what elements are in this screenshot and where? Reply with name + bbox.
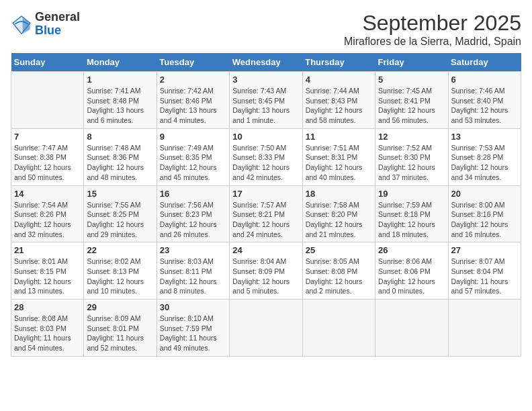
day-number: 27 bbox=[451, 245, 518, 255]
calendar-subtitle: Miraflores de la Sierra, Madrid, Spain bbox=[344, 36, 521, 48]
weekday-header: Saturday bbox=[448, 53, 521, 72]
logo-icon bbox=[11, 13, 32, 35]
day-info: Sunrise: 7:49 AMSunset: 8:35 PMDaylight:… bbox=[160, 143, 226, 183]
page-header: General Blue September 2025 Miraflores d… bbox=[11, 11, 521, 48]
weekday-header: Wednesday bbox=[230, 53, 302, 72]
calendar-cell: 1Sunrise: 7:41 AMSunset: 8:48 PMDaylight… bbox=[84, 72, 157, 129]
calendar-cell: 20Sunrise: 8:00 AMSunset: 8:16 PMDayligh… bbox=[448, 185, 521, 242]
day-info: Sunrise: 7:59 AMSunset: 8:18 PMDaylight:… bbox=[378, 200, 445, 240]
day-info: Sunrise: 8:05 AMSunset: 8:08 PMDaylight:… bbox=[306, 257, 372, 296]
weekday-header: Thursday bbox=[302, 53, 375, 72]
calendar-cell bbox=[302, 300, 375, 357]
day-number: 21 bbox=[14, 245, 81, 255]
calendar-cell: 29Sunrise: 8:09 AMSunset: 8:01 PMDayligh… bbox=[84, 300, 157, 357]
calendar-cell: 18Sunrise: 7:58 AMSunset: 8:20 PMDayligh… bbox=[302, 185, 375, 242]
day-info: Sunrise: 8:07 AMSunset: 8:04 PMDaylight:… bbox=[451, 257, 518, 296]
day-info: Sunrise: 7:45 AMSunset: 8:41 PMDaylight:… bbox=[378, 86, 445, 126]
day-info: Sunrise: 8:09 AMSunset: 8:01 PMDaylight:… bbox=[87, 314, 153, 353]
day-number: 19 bbox=[378, 189, 445, 199]
day-info: Sunrise: 7:43 AMSunset: 8:45 PMDaylight:… bbox=[232, 86, 299, 126]
day-info: Sunrise: 7:55 AMSunset: 8:25 PMDaylight:… bbox=[87, 200, 153, 240]
calendar-cell: 12Sunrise: 7:52 AMSunset: 8:30 PMDayligh… bbox=[375, 128, 448, 185]
calendar-cell: 3Sunrise: 7:43 AMSunset: 8:45 PMDaylight… bbox=[230, 72, 302, 129]
title-block: September 2025 Miraflores de la Sierra, … bbox=[344, 11, 521, 48]
logo-blue: Blue bbox=[35, 24, 61, 37]
day-info: Sunrise: 7:46 AMSunset: 8:40 PMDaylight:… bbox=[451, 86, 518, 126]
weekday-header: Tuesday bbox=[157, 53, 229, 72]
day-info: Sunrise: 7:54 AMSunset: 8:26 PMDaylight:… bbox=[14, 200, 81, 240]
calendar-cell: 19Sunrise: 7:59 AMSunset: 8:18 PMDayligh… bbox=[375, 185, 448, 242]
day-info: Sunrise: 8:02 AMSunset: 8:13 PMDaylight:… bbox=[87, 257, 153, 296]
day-number: 16 bbox=[160, 189, 226, 199]
day-number: 24 bbox=[232, 245, 299, 255]
day-info: Sunrise: 7:42 AMSunset: 8:46 PMDaylight:… bbox=[160, 86, 226, 126]
day-info: Sunrise: 7:56 AMSunset: 8:23 PMDaylight:… bbox=[160, 200, 226, 240]
day-info: Sunrise: 7:53 AMSunset: 8:28 PMDaylight:… bbox=[451, 143, 518, 183]
calendar-cell: 4Sunrise: 7:44 AMSunset: 8:43 PMDaylight… bbox=[302, 72, 375, 129]
day-number: 26 bbox=[378, 245, 445, 255]
calendar-cell bbox=[11, 72, 84, 129]
day-info: Sunrise: 7:47 AMSunset: 8:38 PMDaylight:… bbox=[14, 143, 81, 183]
calendar-cell bbox=[375, 300, 448, 357]
day-info: Sunrise: 8:08 AMSunset: 8:03 PMDaylight:… bbox=[14, 314, 81, 353]
day-info: Sunrise: 8:04 AMSunset: 8:09 PMDaylight:… bbox=[232, 257, 299, 296]
calendar-cell: 28Sunrise: 8:08 AMSunset: 8:03 PMDayligh… bbox=[11, 300, 84, 357]
calendar-week-row: 28Sunrise: 8:08 AMSunset: 8:03 PMDayligh… bbox=[11, 300, 521, 357]
calendar-cell: 22Sunrise: 8:02 AMSunset: 8:13 PMDayligh… bbox=[84, 242, 157, 300]
day-number: 11 bbox=[306, 132, 372, 142]
calendar-cell: 26Sunrise: 8:06 AMSunset: 8:06 PMDayligh… bbox=[375, 242, 448, 300]
weekday-header: Sunday bbox=[11, 53, 84, 72]
calendar-cell: 25Sunrise: 8:05 AMSunset: 8:08 PMDayligh… bbox=[302, 242, 375, 300]
day-number: 9 bbox=[160, 132, 226, 142]
calendar-cell: 6Sunrise: 7:46 AMSunset: 8:40 PMDaylight… bbox=[448, 72, 521, 129]
calendar-cell: 21Sunrise: 8:01 AMSunset: 8:15 PMDayligh… bbox=[11, 242, 84, 300]
day-number: 10 bbox=[232, 132, 299, 142]
calendar-cell: 13Sunrise: 7:53 AMSunset: 8:28 PMDayligh… bbox=[448, 128, 521, 185]
day-number: 8 bbox=[87, 132, 153, 142]
calendar-cell: 8Sunrise: 7:48 AMSunset: 8:36 PMDaylight… bbox=[84, 128, 157, 185]
calendar-week-row: 1Sunrise: 7:41 AMSunset: 8:48 PMDaylight… bbox=[11, 72, 521, 129]
calendar-cell: 10Sunrise: 7:50 AMSunset: 8:33 PMDayligh… bbox=[230, 128, 302, 185]
day-info: Sunrise: 8:03 AMSunset: 8:11 PMDaylight:… bbox=[160, 257, 226, 296]
day-number: 28 bbox=[14, 302, 81, 312]
day-number: 5 bbox=[378, 75, 445, 85]
day-info: Sunrise: 7:50 AMSunset: 8:33 PMDaylight:… bbox=[232, 143, 299, 183]
day-number: 14 bbox=[14, 189, 81, 199]
weekday-header: Monday bbox=[84, 53, 157, 72]
calendar-title: September 2025 bbox=[344, 11, 521, 36]
day-info: Sunrise: 8:01 AMSunset: 8:15 PMDaylight:… bbox=[14, 257, 81, 296]
day-info: Sunrise: 7:48 AMSunset: 8:36 PMDaylight:… bbox=[87, 143, 153, 183]
calendar-cell: 24Sunrise: 8:04 AMSunset: 8:09 PMDayligh… bbox=[230, 242, 302, 300]
day-number: 4 bbox=[306, 75, 372, 85]
calendar-cell bbox=[230, 300, 302, 357]
day-number: 3 bbox=[232, 75, 299, 85]
day-number: 1 bbox=[87, 75, 153, 85]
day-number: 13 bbox=[451, 132, 518, 142]
calendar-cell: 5Sunrise: 7:45 AMSunset: 8:41 PMDaylight… bbox=[375, 72, 448, 129]
day-number: 2 bbox=[160, 75, 226, 85]
day-info: Sunrise: 7:44 AMSunset: 8:43 PMDaylight:… bbox=[306, 86, 372, 126]
day-number: 6 bbox=[451, 75, 518, 85]
day-number: 20 bbox=[451, 189, 518, 199]
calendar-week-row: 21Sunrise: 8:01 AMSunset: 8:15 PMDayligh… bbox=[11, 242, 521, 300]
calendar-cell: 9Sunrise: 7:49 AMSunset: 8:35 PMDaylight… bbox=[157, 128, 229, 185]
day-number: 7 bbox=[14, 132, 81, 142]
calendar-cell: 23Sunrise: 8:03 AMSunset: 8:11 PMDayligh… bbox=[157, 242, 229, 300]
calendar-table: SundayMondayTuesdayWednesdayThursdayFrid… bbox=[11, 53, 521, 357]
day-info: Sunrise: 7:52 AMSunset: 8:30 PMDaylight:… bbox=[378, 143, 445, 183]
calendar-cell: 30Sunrise: 8:10 AMSunset: 7:59 PMDayligh… bbox=[157, 300, 229, 357]
day-info: Sunrise: 8:10 AMSunset: 7:59 PMDaylight:… bbox=[160, 314, 226, 353]
calendar-cell: 2Sunrise: 7:42 AMSunset: 8:46 PMDaylight… bbox=[157, 72, 229, 129]
calendar-cell bbox=[448, 300, 521, 357]
day-number: 29 bbox=[87, 302, 153, 312]
calendar-cell: 15Sunrise: 7:55 AMSunset: 8:25 PMDayligh… bbox=[84, 185, 157, 242]
day-number: 25 bbox=[306, 245, 372, 255]
day-number: 23 bbox=[160, 245, 226, 255]
calendar-week-row: 14Sunrise: 7:54 AMSunset: 8:26 PMDayligh… bbox=[11, 185, 521, 242]
day-number: 22 bbox=[87, 245, 153, 255]
calendar-cell: 16Sunrise: 7:56 AMSunset: 8:23 PMDayligh… bbox=[157, 185, 229, 242]
day-number: 18 bbox=[306, 189, 372, 199]
calendar-cell: 11Sunrise: 7:51 AMSunset: 8:31 PMDayligh… bbox=[302, 128, 375, 185]
day-info: Sunrise: 7:58 AMSunset: 8:20 PMDaylight:… bbox=[306, 200, 372, 240]
day-info: Sunrise: 7:41 AMSunset: 8:48 PMDaylight:… bbox=[87, 86, 153, 126]
